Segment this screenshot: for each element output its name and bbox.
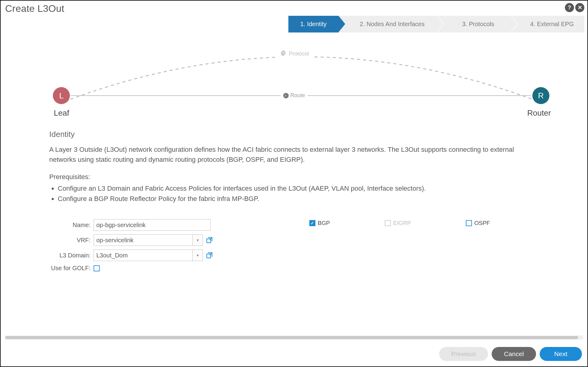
checkbox-icon <box>309 220 315 226</box>
scrollbar-thumb[interactable] <box>5 336 578 339</box>
leaf-label: Leaf <box>54 108 69 118</box>
router-label: Router <box>527 108 551 118</box>
list-item: Configure an L3 Domain and Fabric Access… <box>58 183 539 194</box>
prerequisites-list: Configure an L3 Domain and Fabric Access… <box>49 183 539 204</box>
router-node: R <box>532 87 549 104</box>
list-item: Configure a BGP Route Reflector Policy f… <box>58 194 539 204</box>
close-icon[interactable]: ✕ <box>575 3 584 12</box>
gear-icon <box>279 49 287 59</box>
vrf-select[interactable]: op-servicelink <box>94 234 193 246</box>
vrf-label: VRF: <box>49 237 94 244</box>
step-identity[interactable]: 1. Identity <box>288 16 339 32</box>
bgp-checkbox[interactable]: BGP <box>309 220 330 226</box>
step-external-epg[interactable]: 4. External EPG <box>511 16 584 32</box>
identity-section-title: Identity <box>49 130 539 139</box>
name-label: Name: <box>49 222 94 229</box>
name-input[interactable] <box>94 219 211 231</box>
golf-label: Use for GOLF: <box>49 265 94 272</box>
popout-icon[interactable] <box>205 251 213 259</box>
step-protocols[interactable]: 3. Protocols <box>437 16 511 32</box>
prerequisites-title: Prerequisites: <box>49 173 539 181</box>
golf-checkbox[interactable] <box>94 265 100 271</box>
cancel-button[interactable]: Cancel <box>492 347 536 361</box>
horizontal-scrollbar[interactable] <box>5 335 583 340</box>
step-nodes-interfaces[interactable]: 2. Nodes And Interfaces <box>339 16 437 32</box>
l3domain-label: L3 Domain: <box>49 252 94 259</box>
protocol-badge: Protocol <box>277 49 311 59</box>
protocol-label: Protocol <box>289 51 309 57</box>
ospf-checkbox[interactable]: OSPF <box>466 220 490 226</box>
leaf-node: L <box>53 87 70 104</box>
chevron-down-icon[interactable]: ▾ <box>193 250 203 261</box>
eigrp-checkbox: EIGRP <box>385 220 411 226</box>
chevron-down-icon[interactable]: ▾ <box>193 234 203 246</box>
next-button[interactable]: Next <box>540 347 582 361</box>
route-badge: ✓ Route <box>280 92 307 99</box>
check-icon: ✓ <box>283 93 288 98</box>
bgp-label: BGP <box>318 220 330 226</box>
l3domain-select[interactable]: L3out_Dom <box>94 250 193 261</box>
identity-description: A Layer 3 Outside (L3Out) network config… <box>49 144 539 165</box>
checkbox-icon <box>466 220 472 226</box>
topology-diagram: L Leaf R Router ✓ Route Protocol <box>25 42 563 130</box>
previous-button: Previous <box>439 347 488 361</box>
ospf-label: OSPF <box>474 220 490 226</box>
eigrp-label: EIGRP <box>393 220 411 226</box>
wizard-stepper: 1. Identity 2. Nodes And Interfaces 3. P… <box>1 14 587 42</box>
checkbox-icon <box>385 220 391 226</box>
popout-icon[interactable] <box>205 236 213 244</box>
help-icon[interactable]: ? <box>565 3 574 12</box>
route-label: Route <box>290 92 305 99</box>
dialog-title: Create L3Out <box>5 3 64 14</box>
